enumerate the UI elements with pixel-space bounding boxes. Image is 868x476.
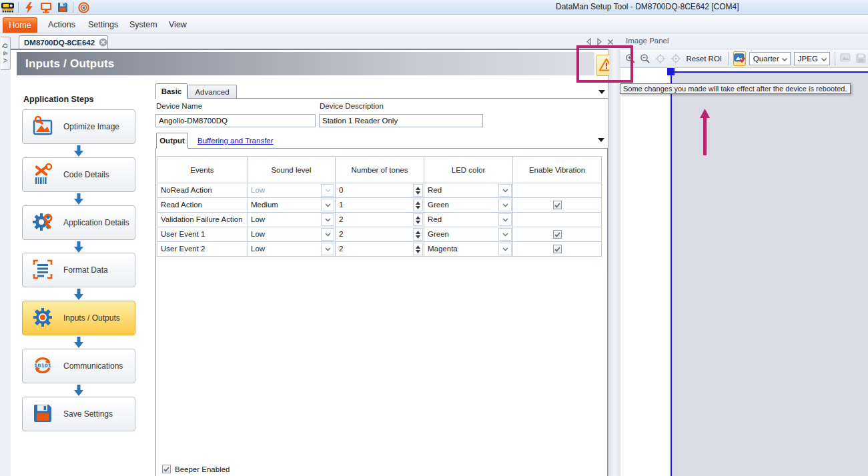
tones-value[interactable]: 0: [336, 183, 424, 197]
step-down-arrow-icon: [74, 385, 83, 396]
col-header-number-of-tones: Number of tones: [336, 157, 424, 183]
annotation-highlight-rectangle: [576, 45, 633, 83]
chevron-down-icon[interactable]: [321, 243, 334, 255]
tab-basic[interactable]: Basic: [155, 83, 187, 99]
menu-home[interactable]: Home: [3, 17, 37, 33]
event-name: Validation Failure Action: [157, 213, 247, 227]
collapse-panel-arrow-icon[interactable]: [598, 90, 605, 94]
tones-value[interactable]: 2: [336, 227, 424, 241]
chevron-down-icon[interactable]: [498, 228, 512, 241]
qa-side-tab[interactable]: Q & A: [1, 37, 11, 70]
step-down-arrow-icon: [74, 145, 83, 157]
vibration-checkbox-checked[interactable]: [553, 201, 562, 209]
menu-settings[interactable]: Settings: [81, 17, 125, 33]
save-icon[interactable]: [56, 1, 69, 13]
close-tab-icon[interactable]: [99, 38, 107, 48]
image-size-combobox[interactable]: Quarter: [749, 52, 791, 65]
qa-side-tab-label: Q & A: [2, 43, 9, 63]
step-down-arrow-icon: [74, 289, 83, 300]
reset-roi-button[interactable]: Reset ROI: [686, 55, 722, 63]
chevron-down-icon[interactable]: [321, 228, 334, 241]
col-header-events: Events: [157, 157, 248, 183]
roi-corner-handle[interactable]: [667, 68, 675, 75]
sidebar-step-label: Save Settings: [63, 409, 113, 419]
image-panel-toolbar: Reset ROI Quarter JPEG: [620, 49, 868, 68]
sidebar-step-optimize-image[interactable]: Optimize Image: [22, 109, 135, 144]
chevron-down-icon[interactable]: [498, 184, 512, 197]
buffering-transfer-link[interactable]: Buffering and Transfer: [197, 137, 274, 145]
tones-value[interactable]: 2: [336, 213, 424, 227]
device-description-input[interactable]: [319, 114, 483, 127]
panel-splitter[interactable]: [609, 49, 620, 476]
roi-left-edge[interactable]: [671, 71, 672, 476]
chevron-down-icon[interactable]: [498, 243, 512, 255]
tab-output[interactable]: Output: [156, 133, 188, 149]
section-border-right: [607, 148, 608, 476]
svg-text:10101: 10101: [34, 363, 51, 369]
sidebar-step-application-details[interactable]: Application Details: [22, 205, 135, 240]
connect-lightning-icon[interactable]: [23, 1, 35, 13]
chevron-down-icon[interactable]: [498, 213, 512, 226]
live-image-toggle-active[interactable]: [733, 51, 746, 66]
document-tab-label: DM8700DQ-8CE642: [24, 39, 95, 47]
roi-top-edge[interactable]: [671, 71, 868, 73]
sidebar-step-communications[interactable]: 10101 Communications: [22, 349, 135, 383]
menu-view[interactable]: View: [162, 17, 193, 33]
spinner-control[interactable]: [413, 184, 423, 197]
code-details-icon: [31, 163, 54, 187]
window-title: DataMan Setup Tool - DM8700DQ-8CE642 [CO…: [556, 2, 739, 11]
inputs-outputs-icon: [31, 306, 54, 330]
chevron-down-icon[interactable]: [498, 199, 512, 211]
tones-value[interactable]: 2: [336, 242, 424, 256]
format-data-icon: [31, 258, 54, 282]
step-down-arrow-icon: [74, 241, 83, 253]
sidebar-step-save-settings[interactable]: Save Settings: [22, 397, 135, 431]
device-name-input[interactable]: [155, 114, 316, 127]
toolbar-separator: [73, 2, 73, 13]
menu-system[interactable]: System: [123, 17, 164, 33]
dataman-logo-icon[interactable]: [1, 1, 14, 13]
chevron-down-icon: [782, 55, 787, 63]
chevron-down-icon[interactable]: [321, 213, 334, 226]
quick-access-toolbar: [1, 1, 90, 14]
sidebar-step-inputs-outputs[interactable]: Inputs / Outputs: [22, 301, 135, 335]
tune-target-icon[interactable]: [77, 1, 90, 13]
chevron-down-icon[interactable]: [321, 199, 334, 211]
spinner-control[interactable]: [413, 213, 423, 226]
tab-advanced[interactable]: Advanced: [187, 85, 237, 99]
beeper-enabled-row: Beeper Enabled: [162, 465, 230, 473]
image-format-combobox[interactable]: JPEG: [794, 52, 830, 65]
sidebar-step-code-details[interactable]: Code Details: [22, 157, 135, 192]
tab-divider: [155, 98, 608, 99]
save-settings-icon: [31, 402, 54, 426]
sidebar-step-label: Format Data: [63, 265, 108, 275]
output-actions-table: Events Sound level Number of tones LED c…: [157, 156, 602, 257]
vibration-checkbox-checked[interactable]: [553, 245, 562, 253]
collapse-section-arrow-icon[interactable]: [598, 138, 604, 142]
sidebar-step-format-data[interactable]: Format Data: [22, 253, 135, 287]
sidebar-step-label: Application Details: [63, 218, 129, 227]
col-header-led-color: LED color: [424, 157, 513, 183]
page-header: Inputs / Outputs: [17, 52, 594, 75]
zoom-out-icon[interactable]: [640, 51, 652, 66]
image-panel-title: Image Panel: [626, 37, 669, 45]
col-header-sound-level: Sound level: [248, 157, 336, 183]
sidebar-step-label: Code Details: [63, 170, 109, 179]
event-name: Read Action: [157, 198, 247, 212]
table-row: NoRead Action Low 0 Red: [157, 183, 602, 198]
menu-actions[interactable]: Actions: [41, 17, 82, 33]
spinner-control[interactable]: [413, 199, 423, 211]
document-tab[interactable]: DM8700DQ-8CE642: [19, 35, 108, 49]
copy-image-icon-disabled: [840, 51, 852, 66]
tones-value[interactable]: 1: [336, 198, 424, 212]
vibration-cell-empty: [513, 213, 602, 227]
spinner-control[interactable]: [413, 228, 423, 241]
vibration-checkbox-checked[interactable]: [553, 230, 562, 239]
beeper-enabled-checkbox-checked[interactable]: [162, 465, 171, 473]
spinner-control[interactable]: [413, 243, 423, 255]
device-description-label: Device Description: [320, 102, 384, 110]
step-down-arrow-icon: [74, 337, 83, 348]
image-size-value: Quarter: [753, 55, 779, 63]
live-display-monitor-icon[interactable]: [39, 1, 52, 13]
chevron-down-icon[interactable]: [321, 184, 334, 197]
